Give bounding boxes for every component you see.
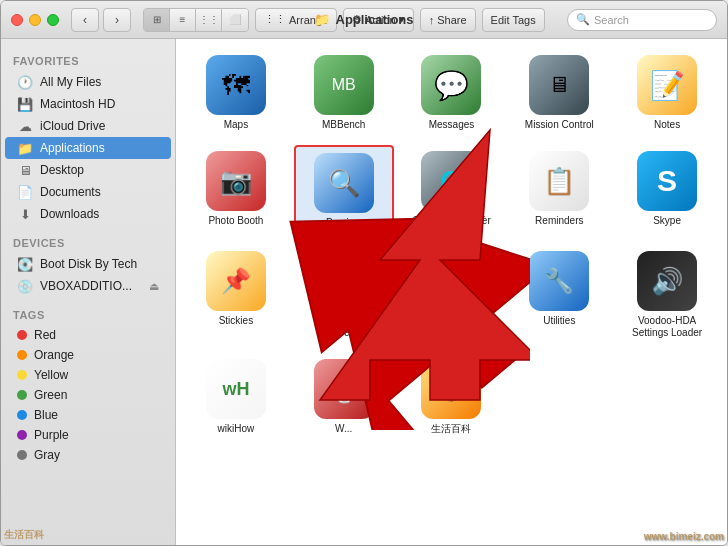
- tag-label-yellow: Yellow: [34, 368, 68, 382]
- toolbar: ⊞ ≡ ⋮⋮ ⬜ ⋮⋮ Arrange ⚙ Action ▾ ↑ Share E…: [143, 8, 717, 32]
- file-item-sys-prefs[interactable]: ⚙ System Preferences: [294, 245, 394, 345]
- sidebar-label-all-my-files: All My Files: [40, 75, 101, 89]
- tag-label-blue: Blue: [34, 408, 58, 422]
- file-item-mbbench[interactable]: MB MBBench: [294, 49, 394, 137]
- file-item-utilities[interactable]: 🔧 Utilities: [509, 245, 609, 345]
- app-icon-messages: 💬: [421, 55, 481, 115]
- sidebar-item-macintosh-hd[interactable]: 💾 Macintosh HD: [5, 93, 171, 115]
- file-item-reminders[interactable]: 📋 Reminders: [509, 145, 609, 237]
- sidebar-item-icloud-drive[interactable]: ☁ iCloud Drive: [5, 115, 171, 137]
- sidebar-item-desktop[interactable]: 🖥 Desktop: [5, 159, 171, 181]
- search-box[interactable]: 🔍 Search: [567, 9, 717, 31]
- app-icon-sys-prefs: ⚙: [314, 251, 374, 311]
- file-label-quicktime: QuickTime Player: [412, 215, 491, 227]
- app-icon-glyph-utilities: 🔧: [544, 267, 574, 295]
- sidebar-item-yellow[interactable]: Yellow: [5, 365, 171, 385]
- sidebar-item-vbox[interactable]: 💿 VBOXADDITIO... ⏏: [5, 275, 171, 297]
- file-label-mission-control: Mission Control: [525, 119, 594, 131]
- file-label-sys-prefs: System Preferences: [304, 315, 384, 339]
- sidebar-item-green[interactable]: Green: [5, 385, 171, 405]
- app-icon-glyph-quicktime: Q: [441, 165, 463, 197]
- favorites-section-label: Favorites: [1, 47, 175, 71]
- sidebar-item-all-my-files[interactable]: 🕐 All My Files: [5, 71, 171, 93]
- file-item-photo-booth[interactable]: 📷 Photo Booth: [186, 145, 286, 237]
- cover-flow-button[interactable]: ⬜: [222, 9, 248, 31]
- app-icon-glyph-wikihow: wH: [222, 379, 249, 400]
- sidebar-item-purple[interactable]: Purple: [5, 425, 171, 445]
- file-item-time-machine[interactable]: ⏰ Time Machine: [402, 245, 502, 345]
- sidebar-icon-all-my-files: 🕐: [17, 74, 33, 90]
- app-icon-glyph-stickies: 📌: [221, 267, 251, 295]
- app-icon-mbbench: MB: [314, 55, 374, 115]
- file-label-unknown: 生活百科: [431, 423, 471, 435]
- back-button[interactable]: ‹: [71, 8, 99, 32]
- sidebar-item-blue[interactable]: Blue: [5, 405, 171, 425]
- app-icon-wine: 🍷: [314, 359, 374, 419]
- minimize-button[interactable]: [29, 14, 41, 26]
- sidebar-item-boot-disk[interactable]: 💽 Boot Disk By Tech: [5, 253, 171, 275]
- file-item-mission-control[interactable]: 🖥 Mission Control: [509, 49, 609, 137]
- file-item-wikihow[interactable]: wH wikiHow: [186, 353, 286, 441]
- app-icon-glyph-wine: 🍷: [328, 374, 360, 405]
- file-label-notes: Notes: [654, 119, 680, 131]
- column-view-button[interactable]: ⋮⋮: [196, 9, 222, 31]
- tag-dot-red: [17, 330, 27, 340]
- file-item-preview[interactable]: 🔍 Preview: [294, 145, 394, 237]
- sidebar-label-boot-disk: Boot Disk By Tech: [40, 257, 159, 271]
- sidebar-label-desktop: Desktop: [40, 163, 84, 177]
- app-icon-maps: 🗺: [206, 55, 266, 115]
- sidebar-item-documents[interactable]: 📄 Documents: [5, 181, 171, 203]
- eject-icon-vbox[interactable]: ⏏: [149, 280, 159, 293]
- file-label-voodoo: Voodoo-HDA Settings Loader: [627, 315, 707, 339]
- file-label-wikihow: wikiHow: [218, 423, 255, 435]
- watermark: www.bimeiz.com: [644, 531, 724, 542]
- sidebar-icon-desktop: 🖥: [17, 162, 33, 178]
- maximize-button[interactable]: [47, 14, 59, 26]
- list-view-button[interactable]: ≡: [170, 9, 196, 31]
- icon-view-button[interactable]: ⊞: [144, 9, 170, 31]
- file-label-messages: Messages: [429, 119, 475, 131]
- app-icon-glyph-preview: 🔍: [328, 168, 360, 199]
- file-label-stickies: Stickies: [219, 315, 253, 327]
- sidebar-item-red[interactable]: Red: [5, 325, 171, 345]
- tag-dot-blue: [17, 410, 27, 420]
- app-icon-glyph-voodoo: 🔊: [651, 266, 683, 297]
- sidebar-item-orange[interactable]: Orange: [5, 345, 171, 365]
- file-item-wine[interactable]: 🍷 W...: [294, 353, 394, 441]
- forward-button[interactable]: ›: [103, 8, 131, 32]
- sidebar-item-applications[interactable]: 📁 Applications: [5, 137, 171, 159]
- app-icon-time-machine: ⏰: [421, 251, 481, 311]
- file-item-messages[interactable]: 💬 Messages: [402, 49, 502, 137]
- app-icon-voodoo: 🔊: [637, 251, 697, 311]
- search-icon: 🔍: [576, 13, 590, 26]
- app-icon-glyph-skype: S: [657, 164, 677, 198]
- app-icon-glyph-mission-control: 🖥: [548, 72, 570, 98]
- app-icon-utilities: 🔧: [529, 251, 589, 311]
- share-icon: ↑: [429, 14, 435, 26]
- file-label-photo-booth: Photo Booth: [208, 215, 263, 227]
- window-title: 📁 Applications: [314, 12, 413, 27]
- file-item-unknown[interactable]: 📦 生活百科: [402, 353, 502, 441]
- edit-tags-button[interactable]: Edit Tags: [482, 8, 545, 32]
- sidebar-item-downloads[interactable]: ⬇ Downloads: [5, 203, 171, 225]
- nav-buttons: ‹ ›: [71, 8, 131, 32]
- file-item-quicktime[interactable]: Q QuickTime Player: [402, 145, 502, 237]
- sidebar-icon-documents: 📄: [17, 184, 33, 200]
- file-label-utilities: Utilities: [543, 315, 575, 327]
- app-icon-glyph-mbbench: MB: [332, 76, 356, 94]
- file-item-maps[interactable]: 🗺 Maps: [186, 49, 286, 137]
- share-button[interactable]: ↑ Share: [420, 8, 476, 32]
- file-item-voodoo[interactable]: 🔊 Voodoo-HDA Settings Loader: [617, 245, 717, 345]
- sidebar-label-downloads: Downloads: [40, 207, 99, 221]
- app-icon-glyph-sys-prefs: ⚙: [331, 265, 356, 298]
- file-item-skype[interactable]: S Skype: [617, 145, 717, 237]
- file-item-stickies[interactable]: 📌 Stickies: [186, 245, 286, 345]
- app-icon-skype: S: [637, 151, 697, 211]
- file-item-notes[interactable]: 📝 Notes: [617, 49, 717, 137]
- close-button[interactable]: [11, 14, 23, 26]
- tags-section-label: Tags: [1, 301, 175, 325]
- tag-label-gray: Gray: [34, 448, 60, 462]
- watermark2: 生活百科: [4, 528, 44, 542]
- sidebar-item-gray[interactable]: Gray: [5, 445, 171, 465]
- sidebar-icon-boot-disk: 💽: [17, 256, 33, 272]
